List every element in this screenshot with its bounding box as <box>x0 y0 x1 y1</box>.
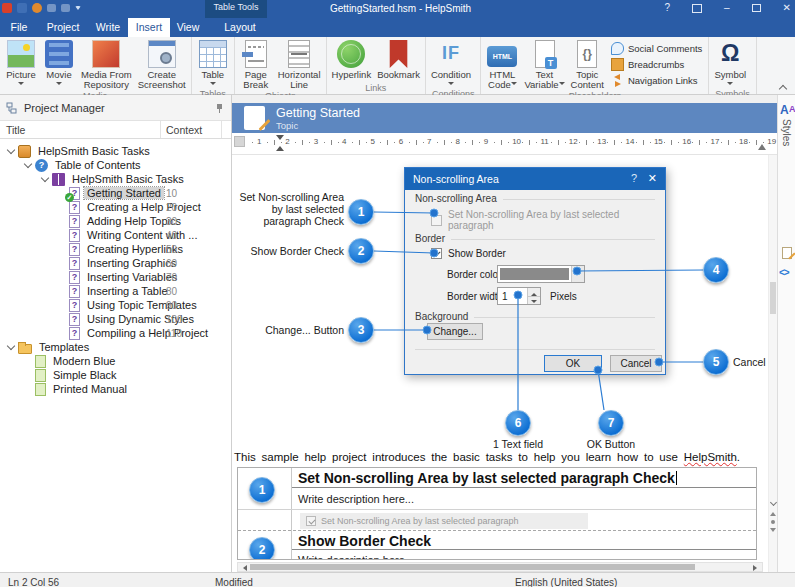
tree-item-templates[interactable]: Templates <box>0 340 231 354</box>
ribbon-item-html-code[interactable]: HTML Code <box>483 38 521 91</box>
app-icon[interactable] <box>2 3 12 13</box>
spin-up-icon[interactable] <box>528 288 540 296</box>
ribbon-item-create-screenshot[interactable]: Create Screenshot <box>135 38 189 91</box>
horizontal-scrollbar-thumb[interactable] <box>250 564 695 570</box>
border-width-spinner[interactable]: 1 <box>497 287 541 305</box>
scroll-right-icon[interactable] <box>753 565 760 571</box>
section-balloon-2[interactable]: 2 <box>249 537 275 560</box>
spin-down-icon[interactable] <box>528 296 540 305</box>
section-description-2[interactable]: Write description here... <box>298 554 414 560</box>
maximize-icon[interactable] <box>752 4 761 12</box>
section-description-1[interactable]: Write description here... <box>298 493 414 505</box>
qat-menu-caret-icon[interactable] <box>75 6 81 13</box>
ribbon-item-bookmark[interactable]: Bookmark <box>374 38 423 81</box>
tree-item-modern-blue[interactable]: Modern Blue <box>0 354 231 368</box>
chevron-down-icon[interactable] <box>769 499 776 506</box>
ribbon-item-movie[interactable]: Movie <box>40 38 78 89</box>
tab-layout[interactable]: Layout <box>214 18 266 37</box>
tree-item-helpsmith-basic-tasks[interactable]: HelpSmith Basic Tasks <box>0 144 231 158</box>
tree-item-simple-black[interactable]: Simple Black <box>0 368 231 382</box>
close-button[interactable]: ✕ <box>783 1 791 15</box>
ok-button[interactable]: OK <box>544 355 602 372</box>
tree-item-adding-help-topics[interactable]: Adding Help Topics30 <box>0 214 231 228</box>
tree-item-inserting-a-table[interactable]: Inserting a Table80 <box>0 284 231 298</box>
ribbon-item-media-from-repository[interactable]: Media From Repository <box>78 38 135 91</box>
callout-balloon-5[interactable]: 5 <box>703 349 729 375</box>
styles-panel-tab[interactable]: Styles <box>781 119 792 146</box>
scroll-nav-icons[interactable] <box>769 500 777 535</box>
callout-balloon-1[interactable]: 1 <box>348 199 374 225</box>
ribbon-item-horizontal-line[interactable]: Horizontal Line <box>275 38 324 91</box>
vertical-scrollbar-thumb[interactable] <box>770 282 776 314</box>
ribbon-item-picture[interactable]: Picture <box>2 38 40 89</box>
cancel-button[interactable]: Cancel <box>610 355 662 372</box>
ribbon-item-topic-content[interactable]: Topic Content <box>568 38 607 91</box>
tree-item-printed-manual[interactable]: Printed Manual <box>0 382 231 396</box>
collapse-ribbon-icon[interactable] <box>780 84 787 91</box>
chevron-down-icon[interactable] <box>22 160 35 170</box>
callout-balloon-3[interactable]: 3 <box>348 317 374 343</box>
tree-item-using-dynamic-styles[interactable]: Using Dynamic Styles100 <box>0 312 231 326</box>
ribbon-item-table[interactable]: Table <box>194 38 232 89</box>
browse-select-icon[interactable] <box>771 520 775 524</box>
tree-item-getting-started[interactable]: Getting Started10 <box>0 186 231 200</box>
scroll-prev-icon[interactable] <box>770 509 776 516</box>
pin-icon[interactable] <box>215 103 225 113</box>
language-indicator[interactable]: English (United States) <box>515 577 617 587</box>
tree-item-using-topic-templates[interactable]: Using Topic Templates90 <box>0 298 231 312</box>
callout-balloon-2[interactable]: 2 <box>348 238 374 264</box>
ribbon-item-hyperlink[interactable]: Hyperlink <box>329 38 375 81</box>
section-heading-1[interactable]: Set Non-scrolling Area by last selected … <box>292 468 756 488</box>
ribbon-item-breadcrumbs[interactable]: Breadcrumbs <box>611 57 702 71</box>
column-context[interactable]: Context <box>166 124 202 136</box>
tree-item-inserting-graphics[interactable]: Inserting Graphics60 <box>0 256 231 270</box>
section-heading-2[interactable]: Show Border Check <box>292 531 756 550</box>
redo-icon[interactable] <box>61 4 70 12</box>
tree-item-creating-a-help-project[interactable]: Creating a Help Project20 <box>0 200 231 214</box>
tree-item-creating-hyperlinks[interactable]: Creating Hyperlinks50 <box>0 242 231 256</box>
scroll-next-icon[interactable] <box>770 528 776 535</box>
tree-item-writing-content-with[interactable]: Writing Content with ...40 <box>0 228 231 242</box>
chevron-down-icon[interactable] <box>39 174 52 184</box>
ribbon-item-symbol[interactable]: Symbol <box>711 38 749 89</box>
column-title[interactable]: Title <box>6 124 25 136</box>
chevron-down-icon[interactable] <box>5 146 18 156</box>
section-balloon-1[interactable]: 1 <box>249 477 275 503</box>
styles-icon[interactable] <box>780 100 794 114</box>
tree-item-inserting-variables[interactable]: Inserting Variables70 <box>0 270 231 284</box>
ribbon-options-icon[interactable] <box>692 4 702 13</box>
dialog-close-icon[interactable]: ✕ <box>648 172 657 185</box>
tree-item-helpsmith-basic-tasks[interactable]: HelpSmith Basic Tasks <box>0 172 231 186</box>
help-button[interactable]: ? <box>664 1 670 15</box>
document-canvas[interactable]: Non-scrolling Area ? ✕ Non-scrolling Are… <box>232 155 777 572</box>
tab-project[interactable]: Project <box>38 18 88 37</box>
border-color-dropdown[interactable] <box>497 265 585 283</box>
undo-icon[interactable] <box>47 4 56 12</box>
tab-file[interactable]: File <box>0 18 38 37</box>
vertical-scrollbar[interactable] <box>768 155 777 572</box>
border-width-value[interactable]: 1 <box>498 288 527 304</box>
tab-view[interactable]: View <box>170 18 206 37</box>
horizontal-scrollbar[interactable] <box>237 562 763 572</box>
callout-balloon-6[interactable]: 6 <box>505 410 531 436</box>
dropdown-arrow-icon[interactable] <box>571 266 584 282</box>
embedded-checkbox-image[interactable]: Set Non-scrolling Area by last selected … <box>300 513 588 529</box>
dialog-help-icon[interactable]: ? <box>631 172 637 184</box>
ribbon-item-social-comments[interactable]: Social Comments <box>611 41 702 55</box>
change-button[interactable]: Change... <box>427 323 483 340</box>
topic-sections-table[interactable]: 1 Set Non-scrolling Area by last selecte… <box>237 467 757 560</box>
set-nonscrolling-checkbox[interactable]: Set Non-scrolling Area by last selected … <box>431 209 665 231</box>
intro-paragraph[interactable]: This sample help project introduces the … <box>234 451 740 463</box>
callout-balloon-7[interactable]: 7 <box>598 410 624 436</box>
chevron-down-icon[interactable] <box>5 342 18 352</box>
topic-properties-icon[interactable] <box>782 247 792 259</box>
ribbon-item-page-break[interactable]: Page Break <box>237 38 275 91</box>
minimize-button[interactable]: – <box>724 1 730 15</box>
scroll-left-icon[interactable] <box>240 565 247 571</box>
indent-marker-icon[interactable] <box>276 135 285 151</box>
html-view-icon[interactable] <box>779 267 789 278</box>
ribbon-item-condition[interactable]: Condition <box>428 38 474 89</box>
callout-balloon-4[interactable]: 4 <box>703 257 729 283</box>
ruler[interactable]: 12345678910111213141516171819 <box>232 133 777 155</box>
ribbon-item-navigation-links[interactable]: Navigation Links <box>611 73 702 87</box>
